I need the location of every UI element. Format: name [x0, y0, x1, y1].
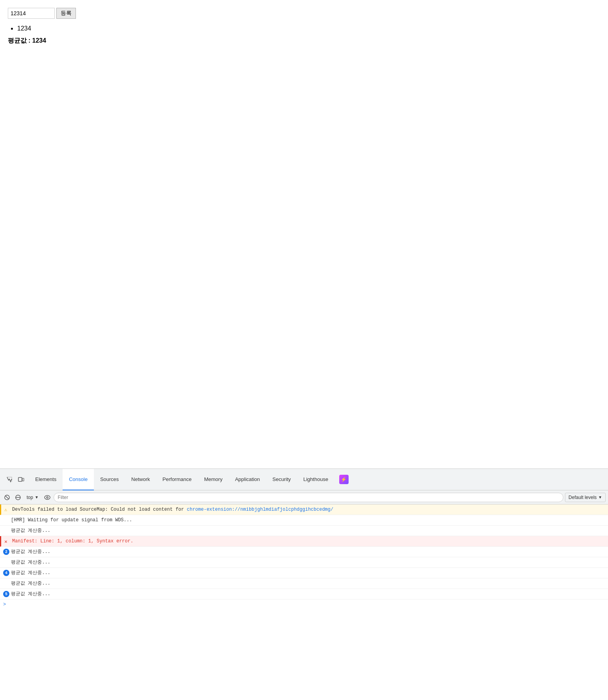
console-message-calc-5: 평균값 계산중... [0, 578, 608, 589]
hmr-text: [HMR] Waiting for update signal from WDS… [11, 517, 132, 524]
tab-console[interactable]: Console [63, 469, 94, 490]
devtools-tabs-row: Elements Console Sources Network Perform… [0, 469, 608, 490]
list-item: 1234 [17, 25, 600, 32]
error-icon: ✕ [4, 538, 7, 546]
average-label: 평균값 [8, 37, 27, 44]
tab-security[interactable]: Security [266, 469, 297, 490]
log-levels-button[interactable]: Default levels ▼ [565, 493, 606, 502]
source-map-link[interactable]: chrome-extension://nmibbjghlmdiafjolcphd… [187, 507, 333, 512]
calc-text-5: 평균값 계산중... [11, 580, 50, 587]
calc-text-2: 평균값 계산중... [11, 548, 50, 555]
tab-performance[interactable]: Performance [156, 469, 198, 490]
input-row: 등록 [8, 8, 600, 19]
svg-rect-1 [22, 478, 24, 481]
average-value: 1234 [32, 37, 46, 44]
console-message-warning: ⚠ DevTools failed to load SourceMap: Cou… [0, 504, 608, 515]
warning-icon: ⚠ [4, 506, 7, 513]
console-messages: ⚠ DevTools failed to load SourceMap: Cou… [0, 504, 608, 700]
console-message-hmr: [HMR] Waiting for update signal from WDS… [0, 515, 608, 526]
tab-lighthouse[interactable]: Lighthouse [297, 469, 335, 490]
average-display: 평균값 : 1234 [8, 37, 600, 45]
tab-memory[interactable]: Memory [198, 469, 229, 490]
console-message-calc-6: 5 평균값 계산중... [0, 589, 608, 599]
calc-text-3: 평균값 계산중... [11, 559, 50, 566]
prompt-chevron: > [3, 602, 6, 607]
tab-elements[interactable]: Elements [29, 469, 63, 490]
message-count-4: 4 [3, 570, 9, 576]
message-count-2: 2 [3, 549, 9, 555]
tab-sources[interactable]: Sources [94, 469, 125, 490]
svg-line-3 [5, 496, 9, 499]
context-label: top [27, 495, 33, 500]
number-list: 1234 [8, 25, 600, 32]
devtools-icon-group [2, 474, 29, 485]
context-dropdown-icon: ▼ [35, 495, 39, 499]
average-colon: : [28, 37, 32, 44]
device-toolbar-icon[interactable] [16, 474, 27, 485]
extension-icon[interactable]: ⚡ [338, 473, 350, 486]
console-toolbar: top ▼ Default levels ▼ [0, 490, 608, 504]
log-levels-label: Default levels [568, 495, 597, 500]
console-message-error: ✕ Manifest: Line: 1, column: 1, Syntax e… [0, 536, 608, 547]
calc-text-1: 평균값 계산중... [11, 527, 50, 534]
log-levels-dropdown-icon: ▼ [598, 495, 602, 499]
svg-point-6 [45, 495, 50, 499]
console-message-calc-2: 2 평균값 계산중... [0, 547, 608, 557]
error-text: Manifest: Line: 1, column: 1, Syntax err… [12, 538, 133, 545]
filter-input[interactable] [54, 493, 563, 502]
console-prompt: > [0, 599, 608, 610]
message-count-5: 5 [3, 591, 9, 597]
number-input[interactable] [8, 8, 55, 19]
console-message-calc-1: 평균값 계산중... [0, 526, 608, 536]
register-button[interactable]: 등록 [56, 8, 76, 19]
block-network-icon[interactable] [13, 493, 23, 502]
svg-rect-0 [18, 477, 22, 481]
svg-point-7 [47, 497, 48, 498]
context-selector[interactable]: top ▼ [24, 494, 41, 501]
devtools-panel: Elements Console Sources Network Perform… [0, 468, 608, 700]
inspect-element-icon[interactable] [4, 474, 15, 485]
tab-network[interactable]: Network [125, 469, 156, 490]
console-message-calc-4: 4 평균값 계산중... [0, 568, 608, 578]
clear-console-icon[interactable] [2, 493, 12, 502]
eye-icon[interactable] [43, 493, 52, 502]
tab-application[interactable]: Application [229, 469, 266, 490]
calc-text-6: 평균값 계산중... [11, 591, 50, 598]
page-content: 등록 1234 평균값 : 1234 [0, 0, 608, 418]
console-message-calc-3: 평균값 계산중... [0, 557, 608, 568]
calc-text-4: 평균값 계산중... [11, 569, 50, 576]
warning-text: DevTools failed to load SourceMap: Could… [12, 506, 333, 513]
